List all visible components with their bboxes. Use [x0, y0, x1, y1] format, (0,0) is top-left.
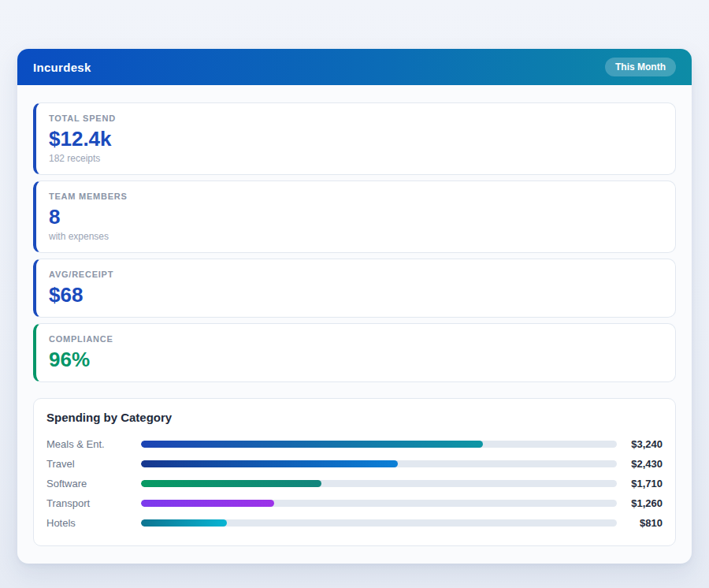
- stat-card-team-members: TEAM MEMBERS 8 with expenses: [33, 180, 676, 253]
- stat-value: $68: [49, 282, 663, 307]
- category-label: Meals & Ent.: [46, 438, 135, 450]
- bar-track: [141, 460, 617, 467]
- bar-track: [141, 500, 617, 507]
- chart-title: Spending by Category: [46, 411, 663, 424]
- category-value: $1,260: [623, 497, 663, 509]
- bar-fill-software: [141, 480, 321, 487]
- chart-row-meals: Meals & Ent. $3,240: [46, 434, 663, 454]
- chart-row-travel: Travel $2,430: [46, 454, 663, 474]
- chart-row-hotels: Hotels $810: [46, 513, 663, 533]
- stat-card-compliance: COMPLIANCE 96%: [33, 323, 676, 382]
- stat-label: TEAM MEMBERS: [49, 191, 663, 202]
- bar-fill-hotels: [141, 519, 227, 527]
- stat-card-total-spend: TOTAL SPEND $12.4k 182 receipts: [33, 102, 676, 175]
- chart-row-software: Software $1,710: [46, 474, 663, 493]
- category-label: Travel: [46, 458, 135, 470]
- dashboard-panel: Incurdesk This Month TOTAL SPEND $12.4k …: [17, 49, 692, 564]
- stat-value: $12.4k: [49, 126, 663, 151]
- category-label: Transport: [46, 497, 135, 509]
- chart-row-transport: Transport $1,260: [46, 493, 663, 513]
- stat-subtext: 182 receipts: [49, 153, 663, 165]
- category-value: $1,710: [623, 478, 663, 489]
- stat-label: TOTAL SPEND: [49, 113, 663, 124]
- bar-fill-meals: [141, 441, 483, 448]
- spending-by-category-card: Spending by Category Meals & Ent. $3,240…: [33, 398, 676, 546]
- category-value: $2,430: [623, 458, 663, 470]
- stat-subtext: with expenses: [49, 231, 663, 243]
- stat-label: AVG/RECEIPT: [49, 269, 663, 280]
- period-badge[interactable]: This Month: [605, 58, 676, 76]
- bar-track: [141, 519, 617, 527]
- bar-track: [141, 441, 617, 448]
- stat-label: COMPLIANCE: [49, 333, 663, 344]
- bar-track: [141, 480, 617, 487]
- bar-fill-transport: [141, 500, 274, 507]
- stat-value: 8: [49, 204, 663, 229]
- bar-fill-travel: [141, 460, 398, 467]
- category-label: Hotels: [46, 517, 135, 529]
- category-label: Software: [46, 478, 135, 489]
- stat-card-avg-receipt: AVG/RECEIPT $68: [33, 259, 676, 318]
- dashboard-content: TOTAL SPEND $12.4k 182 receipts TEAM MEM…: [17, 85, 692, 564]
- category-value: $3,240: [623, 438, 663, 450]
- category-value: $810: [623, 517, 663, 529]
- app-title: Incurdesk: [33, 61, 91, 74]
- stat-value: 96%: [49, 347, 663, 372]
- app-header: Incurdesk This Month: [17, 49, 692, 85]
